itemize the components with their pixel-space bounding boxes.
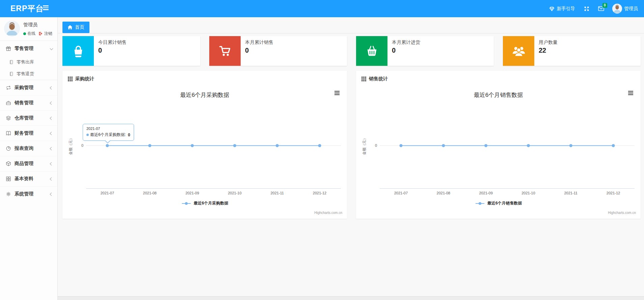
tab-home[interactable]: 首页 — [62, 22, 89, 33]
sales-chart: 最近6个月销售数据 金额（元） 0 2021-072021-082021-092… — [356, 86, 641, 217]
purchase-chart: 最近6个月采购数据 金额（元） 0 2021-072021-082021-092… — [62, 86, 347, 217]
y-axis-tick: 0 — [370, 143, 377, 147]
journal-icon — [9, 60, 14, 64]
sidebar-menu: 零售管理 零售出库 — [0, 41, 57, 201]
legend-item[interactable]: 最近6个月销售数据 — [356, 200, 641, 206]
chart-context-menu-button[interactable] — [626, 90, 635, 97]
user-menu[interactable]: 管理员 — [612, 4, 638, 13]
sidebar-toggle-button[interactable] — [43, 5, 50, 12]
users-icon — [503, 36, 534, 66]
charts-row: 采购统计 最近6个月采购数据 金额（元） 0 2021-072021-08202… — [62, 71, 641, 219]
messages-button[interactable]: 0 — [598, 6, 603, 11]
highcharts-credit[interactable]: Highcharts.com.cn — [608, 211, 636, 215]
sidebar-item-sales-management[interactable]: 销售管理 — [0, 95, 57, 110]
x-axis-label: 2021-10 — [507, 191, 549, 195]
brand-logo[interactable]: ERP平台 — [10, 0, 44, 17]
panel-sales-stats: 销售统计 最近6个月销售数据 金额（元） 0 2021-072021-08202… — [356, 71, 641, 219]
sidebar-item-report-query[interactable]: 报表查询 — [0, 141, 57, 156]
chevron-left-icon — [50, 177, 53, 181]
tab-divider — [58, 33, 644, 33]
sidebar-user-name: 管理员 — [23, 22, 52, 28]
hamburger-icon — [43, 5, 49, 6]
erp-dashboard: ERP平台 新手引导 — [0, 0, 644, 300]
chart-context-menu-button[interactable] — [333, 90, 341, 97]
th-large-icon — [6, 176, 11, 182]
legend-marker-icon — [181, 201, 191, 206]
x-axis-label: 2021-08 — [129, 191, 171, 195]
expand-icon — [584, 6, 589, 11]
sidebar-user-panel: 管理员 在线 注销 — [0, 17, 57, 41]
sidebar-item-basic-data[interactable]: 基本资料 — [0, 171, 57, 186]
y-axis-title: 金额（元） — [362, 129, 367, 163]
stat-card-today-sales: 今日累计销售 0 — [62, 36, 200, 66]
th-grid-icon — [68, 77, 73, 81]
x-axis-labels: 2021-072021-082021-092021-102021-112021-… — [86, 191, 341, 195]
sidebar-item-retail-management[interactable]: 零售管理 — [0, 41, 57, 56]
stat-label: 本月累计进货 — [392, 39, 420, 46]
guide-label: 新手引导 — [557, 6, 575, 12]
sign-out-icon — [38, 31, 43, 36]
x-axis-label: 2021-07 — [380, 191, 422, 195]
shopping-cart-icon — [209, 36, 241, 66]
navbar-right: 新手引导 0 — [549, 0, 638, 17]
layers-icon — [6, 115, 11, 121]
y-axis-title: 金额（元） — [68, 129, 73, 163]
stats-row: 今日累计销售 0 本月累计销售 0 — [62, 36, 641, 66]
shopping-basket-icon — [356, 36, 387, 66]
stat-value: 22 — [539, 47, 558, 54]
chart-title: 最近6个月采购数据 — [62, 91, 347, 99]
sidebar-item-finance-management[interactable]: 财务管理 — [0, 126, 57, 141]
chevron-left-icon — [50, 116, 53, 120]
x-axis-label: 2021-12 — [298, 191, 341, 195]
gem-icon — [549, 6, 555, 11]
online-status-icon — [23, 32, 26, 35]
sidebar: 管理员 在线 注销 — [0, 17, 58, 300]
sidebar-item-warehouse-management[interactable]: 仓库管理 — [0, 110, 57, 126]
x-axis-label: 2021-11 — [256, 191, 298, 195]
pie-chart-icon — [6, 146, 11, 151]
x-axis-label: 2021-12 — [592, 191, 635, 195]
y-axis-tick: 0 — [76, 143, 83, 147]
stat-card-month-sales: 本月累计销售 0 — [209, 36, 347, 66]
panel-title: 销售统计 — [369, 76, 388, 82]
sidebar-subitem-retail-outbound[interactable]: 零售出库 — [0, 56, 57, 68]
message-count-badge: 0 — [602, 3, 607, 8]
panel-purchase-stats: 采购统计 最近6个月采购数据 金额（元） 0 2021-072021-08202… — [62, 71, 347, 219]
x-axis-labels: 2021-072021-082021-092021-102021-112021-… — [380, 191, 635, 195]
online-status-label: 在线 — [27, 31, 35, 36]
highcharts-credit[interactable]: Highcharts.com.cn — [314, 211, 342, 215]
chevron-left-icon — [50, 192, 53, 196]
chevron-left-icon — [50, 147, 53, 150]
sidebar-item-product-management[interactable]: 商品管理 — [0, 156, 57, 171]
legend-item[interactable]: 最近6个月采购数据 — [62, 200, 347, 206]
fullscreen-button[interactable] — [584, 6, 589, 11]
chart-tooltip: 2021-07 最近6个月采购数据: 0 — [83, 124, 134, 141]
chevron-down-icon — [50, 47, 53, 50]
legend-marker-icon — [475, 201, 485, 206]
chevron-left-icon — [50, 162, 53, 165]
avatar — [612, 4, 622, 13]
series-dot-icon — [86, 134, 89, 136]
guide-button[interactable]: 新手引导 — [549, 6, 575, 12]
stat-label: 本月累计销售 — [245, 39, 273, 46]
shopping-bag-icon — [62, 36, 94, 66]
th-grid-icon — [361, 77, 366, 81]
home-icon — [68, 25, 73, 30]
stat-label: 今日累计销售 — [98, 39, 127, 46]
logout-link[interactable]: 注销 — [44, 31, 52, 36]
x-axis-label: 2021-07 — [86, 191, 129, 195]
main-content: 首页 今日累计销售 0 — [58, 17, 644, 300]
sidebar-item-purchase-management[interactable]: 采购管理 — [0, 80, 57, 95]
journal-icon — [9, 72, 14, 76]
stat-card-month-purchase: 本月累计进货 0 — [356, 36, 494, 66]
exchange-icon — [6, 85, 11, 90]
panel-title: 采购统计 — [75, 76, 94, 82]
chevron-left-icon — [50, 101, 53, 105]
user-name: 管理员 — [624, 6, 638, 12]
gift-icon — [6, 46, 11, 51]
sidebar-item-system-management[interactable]: 系统管理 — [0, 186, 57, 201]
x-axis-label: 2021-09 — [171, 191, 214, 195]
sidebar-subitem-retail-return[interactable]: 零售退货 — [0, 68, 57, 80]
stat-label: 用户数量 — [539, 39, 558, 46]
plot-area — [380, 103, 635, 189]
